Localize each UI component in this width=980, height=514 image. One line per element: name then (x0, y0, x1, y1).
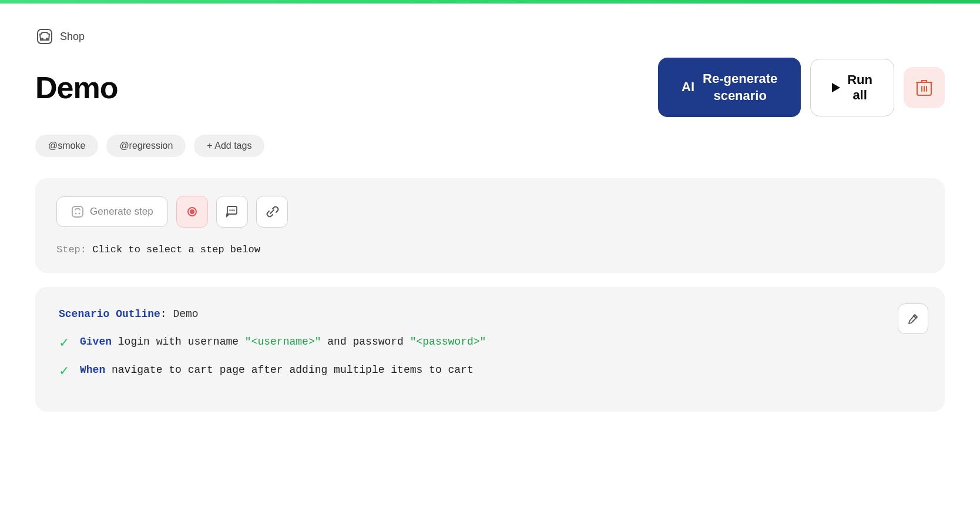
step-prefix: Step: (56, 244, 92, 255)
scenario-outline-header: Scenario Outline: Demo (59, 308, 921, 320)
given-keyword: Given (80, 336, 112, 348)
username-param: "<username>" (245, 336, 321, 348)
chat-button[interactable] (216, 196, 248, 228)
generate-step-button[interactable]: Generate step (56, 196, 168, 227)
generate-icon (71, 205, 84, 218)
play-icon (832, 83, 840, 92)
breadcrumb: Shop (35, 27, 945, 46)
tag-smoke: @smoke (35, 135, 98, 157)
breadcrumb-label: Shop (60, 31, 85, 43)
check-icon-when: ✓ (59, 363, 69, 379)
pencil-icon (907, 312, 919, 325)
step-editor-card: Generate step (35, 178, 945, 273)
run-all-button[interactable]: Runall (810, 59, 894, 116)
regenerate-label: Re-generatescenario (703, 71, 777, 104)
scenario-outline-keyword: Scenario Outline (59, 308, 160, 320)
step-hint: Step: Click to select a step below (56, 244, 924, 255)
trash-icon (916, 79, 932, 96)
svg-point-9 (229, 209, 230, 211)
record-button[interactable] (176, 196, 208, 228)
delete-button[interactable] (904, 67, 945, 108)
svg-point-6 (79, 213, 80, 215)
record-icon (186, 205, 199, 218)
tag-regression: @regression (106, 135, 186, 157)
scenario-step-given: ✓ Given login with username "<username>"… (59, 334, 921, 351)
step-value: Click to select a step below (92, 244, 260, 255)
svg-rect-4 (72, 206, 83, 217)
scenario-card: Scenario Outline: Demo ✓ Given login wit… (35, 287, 945, 412)
page-title: Demo (35, 70, 118, 105)
check-icon-given: ✓ (59, 335, 69, 351)
svg-point-10 (231, 209, 233, 211)
step-text-given: Given login with username "<username>" a… (80, 334, 486, 350)
chat-icon (226, 205, 239, 218)
add-tags-button[interactable]: + Add tags (194, 135, 264, 157)
svg-point-11 (233, 209, 234, 211)
regenerate-scenario-button[interactable]: AI Re-generatescenario (658, 58, 801, 117)
run-all-label: Runall (847, 72, 872, 103)
svg-point-8 (190, 209, 194, 214)
password-param: "<password>" (410, 336, 486, 348)
colon: : (160, 308, 173, 320)
step-toolbar: Generate step (56, 196, 924, 228)
link-button[interactable] (256, 196, 288, 228)
chain-icon (264, 204, 280, 219)
edit-button[interactable] (898, 303, 928, 334)
svg-point-5 (75, 213, 77, 215)
shop-icon (35, 27, 54, 46)
tags-row: @smoke @regression + Add tags (35, 135, 945, 157)
scenario-step-when: ✓ When navigate to cart page after addin… (59, 362, 921, 379)
scenario-outline-name: Demo (173, 308, 198, 320)
generate-step-label: Generate step (90, 206, 153, 218)
when-keyword: When (80, 364, 105, 376)
ai-label: AI (682, 79, 694, 96)
actions-row: AI Re-generatescenario Runall (658, 58, 945, 117)
step-text-when: When navigate to cart page after adding … (80, 362, 474, 378)
